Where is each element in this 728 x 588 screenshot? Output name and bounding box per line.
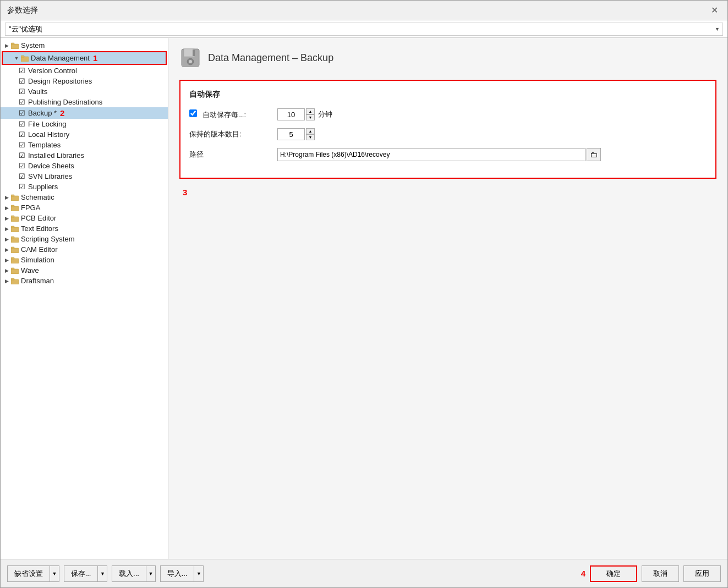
save-dropdown-button[interactable]: ▼ (97, 565, 107, 582)
sidebar-item-label: Text Editors (21, 224, 58, 233)
folder-icon (10, 194, 19, 201)
load-button[interactable]: 载入... (112, 565, 146, 582)
auto-save-row: 自动保存每...: ▲ ▼ 分钟 (189, 108, 707, 120)
sidebar-item-templates[interactable]: ☑ Templates (1, 140, 168, 150)
versions-count-input[interactable] (277, 128, 305, 140)
sidebar-item-label: CAM Editor (21, 245, 57, 254)
auto-save-control: ▲ ▼ 分钟 (277, 108, 332, 120)
interval-down-button[interactable]: ▼ (306, 114, 315, 120)
cloud-select[interactable]: "云"优选项 (5, 23, 723, 36)
auto-save-checkbox[interactable] (189, 109, 197, 117)
path-input[interactable] (277, 148, 585, 161)
sidebar-item-backup[interactable]: ☑ Backup * 2 (1, 107, 168, 119)
auto-save-text: 自动保存每...: (202, 111, 246, 119)
arrow-icon: ▶ (3, 277, 10, 285)
sidebar-item-label: Data Management (31, 54, 90, 62)
sidebar-item-fpga[interactable]: ▶ FPGA (1, 202, 168, 213)
cancel-button[interactable]: 取消 (642, 565, 679, 582)
sidebar-item-label: Installed Libraries (28, 151, 84, 160)
panel-header: Data Management – Backup (179, 47, 716, 69)
sidebar-item-schematic[interactable]: ▶ Schematic (1, 192, 168, 202)
sidebar-item-installed-libraries[interactable]: ☑ Installed Libraries (1, 150, 168, 161)
path-control: 🗀 (277, 148, 601, 161)
svg-rect-10 (11, 227, 19, 232)
sidebar-item-device-sheets[interactable]: ☑ Device Sheets (1, 161, 168, 171)
arrow-icon: ▼ (13, 54, 20, 62)
sidebar-item-design-repos[interactable]: ☑ Design Repositories (1, 76, 168, 86)
sidebar-item-system[interactable]: ▶ System (1, 40, 168, 51)
svg-rect-8 (11, 217, 19, 222)
ok-button[interactable]: 确定 (590, 565, 637, 582)
svg-rect-16 (11, 259, 19, 263)
sidebar-item-label: File Locking (28, 120, 66, 128)
sidebar-item-scripting-system[interactable]: ▶ Scripting System (1, 234, 168, 244)
close-button[interactable]: ✕ (708, 4, 721, 17)
sidebar-item-wave[interactable]: ▶ Wave (1, 265, 168, 276)
versions-label: 保持的版本数目: (189, 129, 277, 139)
sidebar-item-label: System (21, 41, 45, 50)
folder-icon (10, 267, 19, 274)
checkbox-icon: ☑ (18, 183, 26, 191)
sidebar-item-simulation[interactable]: ▶ Simulation (1, 255, 168, 265)
svg-rect-18 (11, 269, 19, 274)
svg-rect-0 (11, 44, 19, 49)
save-button[interactable]: 保存... (64, 565, 98, 582)
svg-rect-21 (11, 278, 14, 280)
sidebar-item-draftsman[interactable]: ▶ Draftsman (1, 276, 168, 286)
checkbox-icon: ☑ (18, 98, 26, 106)
folder-icon (10, 42, 19, 50)
sidebar-item-label: Publishing Destinations (28, 98, 102, 106)
versions-control: ▲ ▼ (277, 128, 315, 140)
import-dropdown-button[interactable]: ▼ (194, 565, 204, 582)
sidebar-item-svn-libraries[interactable]: ☑ SVN Libraries (1, 171, 168, 182)
sidebar-item-label: Design Repositories (28, 77, 92, 85)
default-button[interactable]: 缺省设置 (7, 565, 50, 582)
svg-rect-3 (21, 56, 24, 57)
checkbox-icon: ☑ (18, 162, 26, 170)
badge-1: 1 (93, 53, 97, 63)
svg-rect-4 (11, 196, 19, 201)
arrow-icon: ▶ (3, 256, 10, 264)
sidebar-item-data-management[interactable]: ▼ Data Management 1 (3, 52, 166, 64)
sidebar-item-text-editors[interactable]: ▶ Text Editors (1, 223, 168, 234)
sidebar: ▶ System ▼ (1, 38, 168, 559)
sidebar-item-version-control[interactable]: ☑ Version Control (1, 65, 168, 76)
arrow-icon: ▶ (3, 235, 10, 243)
checkbox-icon: ☑ (18, 131, 26, 139)
arrow-icon: ▶ (3, 194, 10, 201)
sidebar-item-label: Suppliers (28, 183, 58, 191)
dialog-title: 参数选择 (7, 6, 38, 15)
auto-save-interval-input[interactable] (277, 108, 305, 120)
sidebar-item-label: FPGA (21, 204, 40, 212)
interval-up-button[interactable]: ▲ (306, 108, 315, 114)
arrow-icon: ▶ (3, 225, 10, 233)
default-dropdown-button[interactable]: ▼ (50, 565, 59, 582)
versions-down-button[interactable]: ▼ (306, 134, 315, 140)
sidebar-item-vaults[interactable]: ☑ Vaults (1, 86, 168, 97)
versions-row: 保持的版本数目: ▲ ▼ (189, 128, 707, 140)
svg-rect-9 (11, 216, 14, 217)
svg-rect-5 (11, 195, 14, 196)
sidebar-item-cam-editor[interactable]: ▶ CAM Editor (1, 244, 168, 255)
versions-up-button[interactable]: ▲ (306, 128, 315, 134)
sidebar-item-label: Backup * (28, 109, 57, 117)
browse-button[interactable]: 🗀 (587, 148, 601, 161)
folder-icon (10, 215, 19, 222)
import-button[interactable]: 导入... (160, 565, 194, 582)
sidebar-item-label: Wave (21, 266, 39, 274)
sidebar-item-pcb-editor[interactable]: ▶ PCB Editor (1, 213, 168, 223)
checkbox-icon: ☑ (18, 152, 26, 160)
checkbox-icon: ☑ (18, 173, 26, 180)
apply-button[interactable]: 应用 (683, 565, 721, 582)
svg-point-26 (189, 60, 192, 63)
sidebar-item-file-locking[interactable]: ☑ File Locking (1, 119, 168, 129)
sidebar-item-suppliers[interactable]: ☑ Suppliers (1, 182, 168, 192)
title-bar: 参数选择 ✕ (1, 1, 727, 20)
sidebar-item-local-history[interactable]: ☑ Local History (1, 129, 168, 140)
sidebar-item-label: Scripting System (21, 235, 75, 243)
checkbox-icon: ☑ (18, 88, 26, 96)
badge-3: 3 (183, 188, 187, 197)
load-dropdown-button[interactable]: ▼ (146, 565, 156, 582)
arrow-icon: ▶ (3, 267, 10, 274)
sidebar-item-publishing-dest[interactable]: ☑ Publishing Destinations (1, 97, 168, 107)
